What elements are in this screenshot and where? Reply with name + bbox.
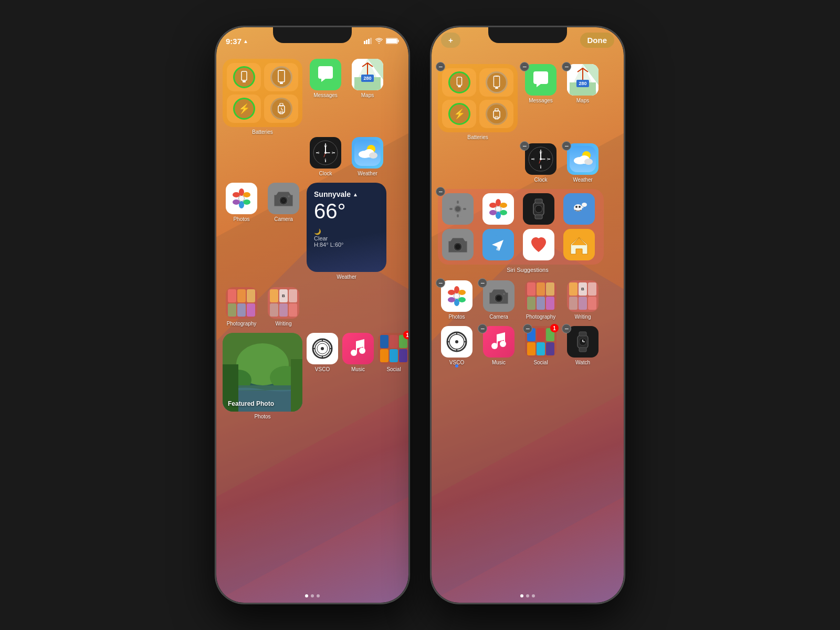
batteries-minus-badge[interactable]: − bbox=[436, 62, 445, 71]
location-arrow: ▲ bbox=[353, 192, 358, 197]
svg-rect-2 bbox=[364, 41, 365, 44]
right-page-dots bbox=[432, 594, 624, 597]
writing-icon: B bbox=[268, 287, 299, 319]
social-mini-5 bbox=[390, 349, 398, 362]
right-photography-icon bbox=[525, 280, 556, 312]
social-folder[interactable]: 1 Social bbox=[378, 333, 408, 372]
status-icons bbox=[364, 38, 399, 44]
siri-telegram[interactable] bbox=[482, 229, 514, 260]
right-social-minus[interactable]: − bbox=[523, 324, 532, 333]
svg-point-159 bbox=[455, 340, 458, 343]
right-social-folder[interactable]: 1 − Social bbox=[522, 326, 560, 365]
right-watch-app[interactable]: − Watch bbox=[564, 326, 602, 365]
right-battery-watch-ring bbox=[486, 103, 508, 125]
weather-minus[interactable]: − bbox=[562, 141, 571, 151]
notch bbox=[273, 27, 352, 43]
svg-text:6: 6 bbox=[540, 164, 542, 167]
siri-settings[interactable] bbox=[442, 193, 474, 225]
music-app[interactable]: Music bbox=[342, 333, 374, 372]
phone2-icon bbox=[277, 70, 286, 85]
right-photography-folder[interactable]: Photography bbox=[522, 280, 560, 320]
done-button[interactable]: Done bbox=[580, 33, 615, 48]
r-mini-6 bbox=[546, 297, 554, 310]
folder-mini-3 bbox=[247, 289, 255, 302]
siri-health[interactable] bbox=[523, 229, 554, 260]
social-icon: 1 bbox=[378, 333, 408, 364]
svg-text:6: 6 bbox=[325, 158, 327, 161]
right-messages-app[interactable]: − Messages bbox=[522, 64, 560, 103]
left-phone: 9:37 ▲ bbox=[215, 26, 410, 604]
svg-rect-77 bbox=[363, 340, 364, 351]
right-music-app[interactable]: − Music bbox=[480, 326, 518, 365]
writing-mini-2: B bbox=[279, 289, 288, 302]
siri-watch-face[interactable] bbox=[523, 193, 554, 225]
right-phone-icon bbox=[454, 77, 465, 88]
row-2: 12 3 6 9 Clock bbox=[307, 137, 402, 176]
right-batteries-container[interactable]: − bbox=[438, 64, 518, 140]
photos-flower bbox=[230, 187, 253, 210]
batteries-widget-container[interactable]: ⚡ bbox=[223, 59, 302, 135]
clock-face-icon: 12 3 6 9 bbox=[312, 140, 339, 166]
siri-camera[interactable] bbox=[442, 229, 474, 260]
right-vsco-app[interactable]: VSCO bbox=[438, 326, 476, 365]
weather-app[interactable]: Weather bbox=[349, 137, 386, 176]
writing-mini-6 bbox=[289, 303, 297, 317]
photography-folder[interactable]: Photography bbox=[223, 287, 260, 327]
featured-photo-container[interactable]: Featured Photo Photos bbox=[223, 333, 302, 419]
weather-widget-container[interactable]: Sunnyvale ▲ 66° 🌙 Clear H:84° L:60 bbox=[307, 183, 386, 280]
messages-bubble-icon bbox=[316, 65, 335, 84]
settings-icon bbox=[448, 200, 467, 218]
svg-point-44 bbox=[369, 152, 377, 159]
right-clock-app[interactable]: − 12 3 6 bbox=[522, 143, 560, 183]
svg-point-165 bbox=[500, 341, 506, 347]
photos-app[interactable]: Photos bbox=[223, 183, 260, 222]
vsco-app[interactable]: VSCO bbox=[307, 333, 338, 372]
right-social-icon: 1 − bbox=[525, 326, 556, 358]
right-writing-folder[interactable]: B Writing bbox=[564, 280, 602, 320]
right-camera-app[interactable]: − Camera bbox=[480, 280, 518, 320]
right-maps-app[interactable]: − 280 Maps bbox=[564, 64, 602, 103]
siri-minus[interactable]: − bbox=[436, 187, 445, 196]
right-clock-face: 12 3 6 9 bbox=[528, 146, 554, 172]
photography-icon bbox=[226, 287, 257, 319]
right-photos-app[interactable]: − bbox=[438, 280, 476, 320]
weather-condition: 🌙 Clear H:84° L:60° bbox=[314, 228, 379, 248]
writing-folder[interactable]: B Writing bbox=[265, 287, 302, 327]
siri-tweetbot[interactable] bbox=[563, 193, 595, 225]
add-button[interactable]: + bbox=[441, 33, 460, 48]
right-photos-minus[interactable]: − bbox=[436, 278, 445, 288]
messages-app[interactable]: Messages bbox=[307, 59, 344, 98]
messages-icon bbox=[310, 59, 341, 90]
siri-photos[interactable] bbox=[482, 193, 514, 225]
right-screen: + Done − bbox=[432, 27, 624, 603]
rw-mini-2: B bbox=[579, 282, 587, 296]
clock-app[interactable]: 12 3 6 9 Clock bbox=[307, 137, 344, 176]
svg-point-136 bbox=[535, 205, 542, 213]
maps-minus[interactable]: − bbox=[562, 62, 571, 71]
camera-app[interactable]: Camera bbox=[265, 183, 302, 222]
siri-home[interactable] bbox=[563, 229, 595, 260]
right-camera-minus[interactable]: − bbox=[478, 278, 487, 288]
siri-camera-icon bbox=[447, 236, 468, 254]
svg-point-75 bbox=[359, 348, 365, 354]
right-music-minus[interactable]: − bbox=[478, 324, 487, 333]
right-music-graphic bbox=[489, 331, 508, 352]
messages-minus[interactable]: − bbox=[520, 62, 529, 71]
music-icon bbox=[342, 333, 374, 364]
svg-rect-10 bbox=[243, 81, 246, 82]
photography-label: Photography bbox=[227, 321, 257, 327]
camera-label: Camera bbox=[274, 216, 293, 222]
maps-app[interactable]: 280 280 Maps bbox=[349, 59, 386, 98]
right-social-badge: 1 bbox=[550, 324, 559, 332]
weather-label: Weather bbox=[358, 171, 377, 176]
right-weather-app[interactable]: − bbox=[564, 143, 602, 183]
weather-widget-label: Weather bbox=[337, 274, 356, 280]
svg-rect-4 bbox=[368, 39, 370, 44]
r-mini-3 bbox=[546, 282, 554, 296]
right-watch-minus[interactable]: − bbox=[562, 324, 571, 333]
weather-icon bbox=[352, 137, 383, 169]
svg-text:9: 9 bbox=[533, 158, 535, 161]
siri-suggestions-container[interactable]: − bbox=[438, 189, 617, 273]
clock-minus[interactable]: − bbox=[520, 141, 529, 151]
battery-watch-cell bbox=[264, 94, 298, 123]
